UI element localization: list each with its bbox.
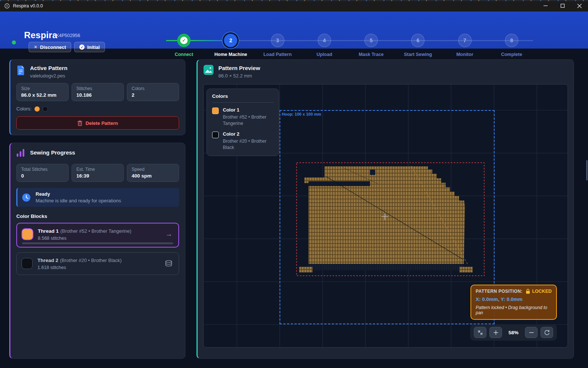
pattern-dimensions: 86.0 × 52.2 mm	[218, 73, 260, 79]
sewing-progress-card: Sewing Progress Total Stitches 0 Est. Ti…	[9, 143, 185, 359]
legend-color-desc: Brother #52 • Brother Tangerine	[223, 114, 274, 127]
stat-label: Size	[21, 86, 64, 91]
color-swatch-orange	[34, 106, 40, 112]
step-circle: 3	[271, 34, 284, 47]
thread-detail: (Brother #52 • Brother Tangerine)	[60, 228, 131, 234]
thread-name: Thread 2	[37, 258, 58, 263]
scrollbar-thumb[interactable]	[586, 160, 588, 180]
stat-size: Size 86.0 x 52.2 mm	[16, 83, 69, 101]
step-home-machine[interactable]: 2 Home Machine	[207, 23, 254, 57]
card-title: Pattern Preview	[218, 65, 260, 71]
stat-label: Colors	[132, 86, 174, 91]
maximize-button[interactable]	[554, 0, 571, 11]
thread-1-swatch	[22, 229, 33, 239]
step-label: Monitor	[456, 52, 473, 57]
stat-value: 400 spm	[132, 173, 174, 179]
document-icon	[16, 65, 25, 75]
step-mask-trace: 5 Mask Trace	[348, 23, 394, 57]
step-label: Mask Trace	[359, 52, 383, 57]
stat-value: 0	[21, 173, 64, 179]
card-title: Sewing Progress	[30, 149, 75, 156]
title-bar: Respira v0.0.0	[0, 0, 588, 11]
stat-colors: Colors 2	[127, 83, 179, 101]
legend-title: Colors	[212, 93, 274, 103]
app-name: Respira	[24, 30, 57, 40]
step-upload: 4 Upload	[301, 23, 348, 57]
position-coordinates: X: 0.0mm, Y: 0.0mm	[476, 296, 552, 302]
card-title: Active Pattern	[30, 65, 67, 71]
step-circle-active: 2	[224, 34, 237, 47]
arrow-right-icon: →	[165, 230, 172, 238]
status-title: Ready	[36, 191, 121, 197]
stat-est-time: Est. Time 16:39	[72, 164, 124, 182]
pattern-preview-card: Pattern Preview 86.0 × 52.2 mm	[196, 59, 574, 359]
status-description: Machine is idle and ready for operations	[36, 198, 121, 203]
stat-label: Est. Time	[76, 167, 119, 172]
separator: •	[53, 33, 54, 38]
legend-item-color-2: Color 2 Brother #20 • Brother Black	[212, 131, 274, 151]
trash-icon	[77, 120, 82, 126]
stat-speed: Speed 400 spm	[127, 164, 179, 182]
step-label: Home Machine	[214, 52, 247, 57]
step-circle: 7	[458, 34, 472, 47]
layers-stack-icon	[165, 260, 172, 267]
step-circle: 5	[364, 34, 378, 47]
machine-status-banner: Ready Machine is idle and ready for oper…	[16, 188, 179, 207]
step-circle: 4	[318, 34, 331, 47]
step-circle: 8	[505, 34, 518, 47]
delete-pattern-label: Delete Pattern	[86, 120, 118, 126]
step-start-sewing: 6 Start Sewing	[394, 23, 441, 57]
plus-icon	[493, 330, 498, 335]
thread-name: Thread 1	[38, 228, 59, 234]
check-icon: ✓	[180, 37, 188, 44]
lock-state-badge: LOCKED	[532, 289, 552, 294]
initial-button[interactable]: ✓ Initial	[74, 42, 105, 52]
window-title: Respira v0.0.0	[13, 3, 43, 9]
colors-label: Colors:	[16, 106, 32, 112]
thread-block-1[interactable]: Thread 1 (Brother #52 • Brother Tangerin…	[16, 223, 179, 248]
legend-color-name: Color 1	[223, 107, 274, 113]
color-swatch-black	[43, 106, 48, 112]
active-pattern-card: Active Pattern valetudogv2.pes Size 86.0…	[9, 59, 185, 135]
fit-to-screen-button[interactable]	[474, 327, 486, 338]
bar-chart-icon	[16, 148, 25, 158]
legend-color-name: Color 2	[223, 131, 274, 137]
hoop-label: Hoop: 100 x 100 mm	[282, 112, 321, 116]
zoom-toolbar: 58%	[470, 324, 557, 341]
app-header: Respira • K4P502956 ✕ Disconnect ✓ Initi…	[0, 11, 588, 49]
step-label: Connect	[175, 52, 193, 57]
legend-swatch-black	[212, 132, 219, 138]
reset-view-button[interactable]	[541, 327, 553, 338]
thread-detail: (Brother #20 • Brother Black)	[60, 258, 122, 263]
refresh-icon	[544, 330, 550, 335]
disconnect-button[interactable]: ✕ Disconnect	[29, 42, 71, 52]
pattern-position-overlay: PATTERN POSITION: LOCKED X: 0.0mm, Y: 0.…	[470, 285, 557, 320]
stat-value: 2	[132, 92, 174, 98]
thread-1-progress-bar	[22, 242, 173, 244]
stat-total-stitches: Total Stitches 0	[16, 164, 69, 182]
zoom-level: 58%	[505, 330, 522, 335]
pattern-filename: valetudogv2.pes	[30, 73, 67, 79]
minimize-button[interactable]	[537, 0, 554, 11]
fit-screen-icon	[478, 330, 483, 335]
step-monitor: 7 Monitor	[442, 23, 488, 57]
close-button[interactable]	[571, 0, 588, 11]
pattern-canvas[interactable]: Hoop: 100 x 100 mm Colors Color 1 Brothe…	[203, 84, 568, 348]
thread-block-2[interactable]: Thread 2 (Brother #20 • Brother Black) 1…	[16, 252, 179, 275]
stat-label: Total Stitches	[21, 167, 64, 172]
stat-label: Stitches	[76, 86, 119, 91]
thread-2-swatch	[22, 258, 32, 269]
zoom-out-button[interactable]	[525, 327, 538, 338]
stat-value: 10.186	[76, 92, 119, 98]
step-connect[interactable]: ✓ Connect	[161, 23, 207, 57]
background-window-artifact	[0, 0, 588, 1]
disconnect-label: Disconnect	[40, 44, 66, 50]
workflow-stepper: ✓ Connect 2 Home Machine 3 Load Pattern …	[161, 23, 535, 60]
step-label: Complete	[501, 52, 522, 57]
zoom-in-button[interactable]	[489, 327, 502, 338]
connection-status-dot	[12, 40, 16, 44]
maximize-icon	[561, 4, 565, 8]
clock-icon	[22, 193, 31, 202]
delete-pattern-button[interactable]: Delete Pattern	[16, 116, 179, 130]
minus-icon	[529, 330, 534, 335]
